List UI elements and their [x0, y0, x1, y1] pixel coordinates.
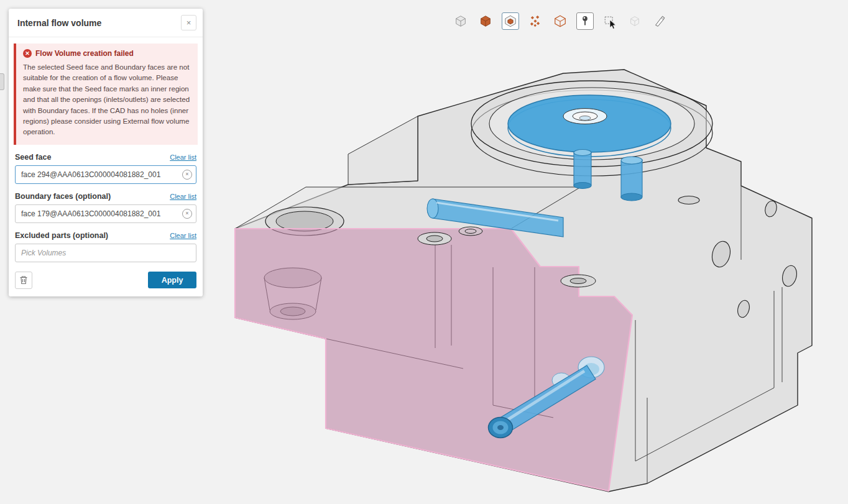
solid-model-icon[interactable]: [477, 12, 494, 30]
panel-footer: Apply: [9, 262, 203, 296]
seed-face-label: Seed face: [15, 153, 51, 162]
boundary-faces-remove-icon[interactable]: ×: [182, 209, 192, 219]
excluded-parts-field[interactable]: [16, 244, 196, 262]
excluded-parts-input[interactable]: [15, 244, 196, 262]
excluded-parts-group: Excluded parts (optional) Clear list: [9, 231, 203, 262]
error-title: Flow Volume creation failed: [35, 49, 134, 58]
boundary-faces-input[interactable]: ×: [15, 204, 196, 223]
trash-icon: [19, 275, 28, 285]
seed-face-input[interactable]: ×: [15, 165, 196, 184]
boundary-faces-group: Boundary faces (optional) Clear list ×: [9, 192, 203, 223]
error-message: The selected Seed face and Boundary face…: [23, 62, 191, 137]
collapsed-sidebar-tab[interactable]: [0, 73, 4, 90]
mouse-cursor: [609, 19, 619, 30]
view-cube-icon[interactable]: [452, 12, 469, 30]
transform-icon: [626, 12, 643, 30]
apply-button[interactable]: Apply: [148, 272, 196, 288]
seed-face-clear-link[interactable]: Clear list: [170, 153, 196, 161]
error-icon: ✕: [23, 49, 32, 58]
internal-flow-volume-panel: Internal flow volume × ✕ Flow Volume cre…: [9, 9, 203, 296]
facet-split-icon[interactable]: [527, 12, 544, 30]
seed-face-value[interactable]: [16, 166, 196, 183]
seed-face-pin-icon[interactable]: [576, 12, 594, 30]
seed-face-remove-icon[interactable]: ×: [182, 170, 192, 180]
panel-header: Internal flow volume ×: [9, 9, 203, 37]
seed-face-group: Seed face Clear list ×: [9, 153, 203, 184]
boundary-faces-clear-link[interactable]: Clear list: [170, 193, 196, 200]
external-flow-volume-icon[interactable]: [551, 12, 569, 30]
close-icon[interactable]: ×: [181, 15, 196, 30]
sketch-knife-icon[interactable]: [651, 12, 668, 30]
panel-title: Internal flow volume: [17, 18, 101, 28]
excluded-parts-clear-link[interactable]: Clear list: [170, 232, 196, 239]
delete-operation-button[interactable]: [15, 272, 32, 289]
error-alert: ✕ Flow Volume creation failed The select…: [14, 44, 198, 145]
boundary-faces-label: Boundary faces (optional): [15, 192, 111, 201]
boundary-faces-value[interactable]: [16, 205, 196, 222]
internal-flow-volume-icon[interactable]: [502, 12, 519, 30]
section-face-pink[interactable]: [235, 229, 632, 491]
cad-toolbar: [452, 12, 668, 30]
excluded-parts-label: Excluded parts (optional): [15, 231, 108, 240]
